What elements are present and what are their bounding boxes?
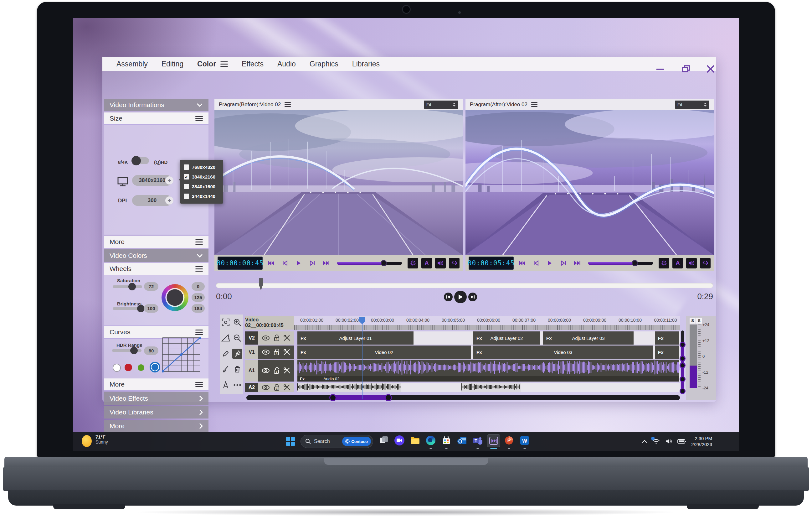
section-more-1[interactable]: More — [104, 236, 208, 249]
audio-track-button[interactable]: A — [672, 258, 683, 268]
scrub-handle[interactable] — [259, 278, 263, 290]
timeline-clip[interactable]: Adjust Layer 02Fx — [473, 332, 541, 344]
dpi-expand-button[interactable]: + — [165, 197, 173, 205]
more-tools-icon[interactable] — [232, 380, 242, 390]
clip-fx-badge[interactable]: Fx — [298, 349, 306, 355]
taskbar-app-powerpoint-icon[interactable]: P — [503, 434, 515, 447]
fader-knob[interactable] — [679, 388, 685, 394]
pin-tool-icon[interactable] — [232, 349, 242, 359]
skip-end-button[interactable] — [572, 258, 583, 268]
taskbar-app-store-icon[interactable] — [440, 434, 453, 447]
next-clip-button[interactable] — [468, 292, 477, 301]
toggle-knob[interactable] — [132, 156, 141, 165]
track-tools-icon[interactable] — [283, 349, 291, 356]
section-video-informations[interactable]: Video Informations — [104, 99, 208, 111]
resolution-option[interactable]: 3840x1600 — [184, 182, 223, 191]
timeline-clip[interactable]: Fx — [654, 345, 680, 359]
playback-slider[interactable] — [588, 262, 653, 265]
scrollbar-handle-right[interactable] — [385, 394, 392, 401]
curves-graph[interactable] — [162, 337, 201, 372]
clip-fx-badge[interactable]: Fx — [655, 336, 664, 341]
play-button[interactable] — [544, 258, 555, 268]
timeline-clip[interactable] — [461, 383, 521, 392]
section-curves[interactable]: Curves — [104, 326, 208, 339]
track-lane-a1[interactable]: FxAudio 02 — [297, 360, 680, 382]
tray-chevron-up-icon[interactable] — [642, 440, 647, 443]
taskbar-app-file-explorer-icon[interactable] — [409, 434, 421, 447]
wifi-icon[interactable] — [652, 438, 660, 444]
timeline-clip[interactable] — [297, 383, 401, 392]
skip-start-button[interactable] — [266, 258, 276, 268]
checkbox[interactable] — [184, 193, 189, 199]
settings-button[interactable] — [408, 258, 418, 268]
track-label[interactable]: A2 — [245, 383, 258, 392]
resolution-mode-toggle[interactable] — [133, 157, 149, 164]
minimize-button[interactable] — [655, 65, 666, 73]
taskbar-app-outlook-icon[interactable] — [456, 434, 468, 447]
slider-knob[interactable] — [130, 347, 138, 354]
timeline-clip[interactable]: Adjust Layer 01Fx — [297, 332, 414, 344]
taskbar-app-task-view-icon[interactable] — [377, 434, 390, 447]
track-tools-icon[interactable] — [283, 384, 291, 391]
track-visibility-icon[interactable] — [262, 335, 270, 341]
track-visibility-icon[interactable] — [262, 368, 270, 373]
options-icon[interactable] — [195, 381, 203, 388]
search-input[interactable]: Search Contoso — [301, 435, 373, 448]
resolution-expand-button[interactable]: + — [165, 176, 173, 184]
track-tools-icon[interactable] — [283, 335, 291, 341]
options-icon[interactable] — [195, 265, 203, 273]
play-button[interactable] — [454, 291, 467, 303]
previous-clip-button[interactable] — [444, 292, 453, 301]
settings-button[interactable] — [659, 258, 669, 268]
section-more-2[interactable]: More — [104, 379, 208, 391]
track-lock-icon[interactable]: 1 — [274, 335, 280, 341]
track-visibility-icon[interactable] — [262, 385, 270, 390]
play-button[interactable] — [293, 258, 304, 268]
menu-item-effects[interactable]: Effects — [242, 60, 263, 68]
timeline-ruler[interactable]: 00:00:01:0000:00:02:0000:00:03:0000:00:0… — [294, 316, 680, 325]
slider-knob[interactable] — [137, 305, 145, 312]
weather-widget[interactable]: 71°F Sunny — [95, 434, 108, 444]
clip-fx-badge[interactable]: Fx — [655, 349, 664, 355]
hdr-range-slider[interactable] — [112, 349, 141, 352]
fader-knob[interactable] — [679, 342, 685, 348]
fit-select[interactable]: Fit — [424, 101, 458, 109]
resolution-option[interactable]: ✓3840x2160 — [184, 172, 223, 182]
menu-item-libraries[interactable]: Libraries — [352, 60, 380, 68]
volume-icon[interactable] — [665, 438, 672, 444]
audio-track-button[interactable]: A — [421, 258, 432, 268]
contoso-badge[interactable]: Contoso — [342, 437, 371, 446]
route-button[interactable] — [700, 258, 710, 268]
taskbar-app-word-icon[interactable]: W — [519, 434, 531, 447]
taskbar-app-clipchamp-icon[interactable] — [393, 434, 406, 447]
sidebar-item-video-effects[interactable]: Video Effects — [104, 392, 208, 405]
resolution-option[interactable]: 3440x1440 — [184, 191, 223, 201]
taskbar-app-teams-icon[interactable] — [471, 434, 484, 447]
track-select-tool-icon[interactable] — [221, 317, 231, 327]
timeline-master-fader[interactable] — [681, 331, 684, 393]
timeline-ruler-ticks[interactable] — [294, 325, 680, 330]
skip-end-button[interactable] — [321, 258, 332, 268]
slider-thumb[interactable] — [381, 260, 387, 266]
track-lane-v2[interactable]: Adjust Layer 01FxAdjust Layer 02FxAdjust… — [297, 332, 680, 344]
checkbox[interactable]: ✓ — [184, 174, 189, 180]
brightness-slider[interactable] — [113, 307, 142, 310]
curve-channel-white[interactable] — [113, 364, 121, 372]
menu-item-color[interactable]: Color — [197, 60, 228, 68]
timeline-clip[interactable]: Video 03Fx — [473, 345, 653, 359]
sidebar-item-more[interactable]: More — [104, 420, 208, 432]
zoom-in-tool-icon[interactable] — [232, 317, 242, 327]
checkbox[interactable] — [184, 164, 189, 170]
taskbar-app-edge-icon[interactable] — [424, 434, 437, 447]
previous-frame-button[interactable] — [280, 258, 290, 268]
compass-tool-icon[interactable] — [221, 380, 231, 390]
track-lock-icon[interactable]: 1 — [273, 367, 280, 374]
next-frame-button[interactable] — [307, 258, 318, 268]
clip-fx-badge[interactable]: Fx — [473, 336, 482, 341]
route-button[interactable] — [449, 258, 459, 268]
delete-tool-icon[interactable] — [232, 364, 242, 374]
options-icon[interactable] — [195, 115, 203, 123]
ruler-tool-icon[interactable] — [221, 333, 231, 343]
options-icon[interactable] — [195, 238, 203, 246]
playback-slider[interactable] — [337, 262, 402, 265]
